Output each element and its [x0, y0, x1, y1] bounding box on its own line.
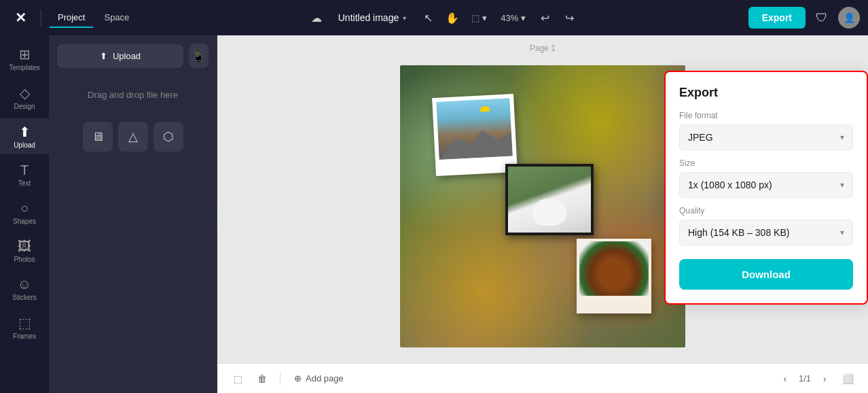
frame-chevron-icon: ▾	[482, 13, 487, 23]
sidebar-item-photos-label: Photos	[14, 256, 35, 263]
delete-page-button[interactable]: 🗑	[253, 369, 272, 388]
topbar-tabs: Project Space	[50, 8, 137, 28]
zoom-button[interactable]: 43% ▾	[495, 7, 531, 29]
file-format-value: JPEG	[688, 132, 713, 143]
upload-icon: ⬆	[19, 124, 31, 140]
upload-btn-label: Upload	[113, 51, 141, 61]
bottom-divider	[280, 372, 281, 386]
add-page-label: Add page	[306, 373, 344, 383]
topbar-right: Export 🛡 👤	[748, 7, 860, 29]
sidebar-item-templates[interactable]: ⊞ Templates	[0, 41, 49, 77]
dog-photo-frame[interactable]	[505, 164, 594, 235]
prev-page-button[interactable]: ‹	[777, 371, 793, 387]
topbar-divider	[41, 10, 41, 26]
quality-chevron-icon: ▾	[840, 228, 844, 237]
dropbox-upload-button[interactable]: ⬡	[153, 122, 183, 152]
page-counter: 1/1	[799, 373, 811, 383]
export-panel: Export File format JPEG ▾ Size 1x (1080 …	[664, 71, 868, 305]
mobile-button[interactable]: 📱	[189, 44, 209, 68]
fit-page-button[interactable]: ⬜	[838, 369, 857, 388]
upload-button[interactable]: ⬆ Upload	[57, 44, 183, 68]
sidebar-item-shapes[interactable]: ○ Shapes	[0, 195, 49, 230]
canvas-area: Page 1	[217, 35, 868, 393]
upload-icons-row: 🖥 △ ⬡	[57, 122, 209, 152]
sidebar-item-text[interactable]: T Text	[0, 157, 49, 192]
frames-icon: ⬚	[18, 315, 31, 331]
sidebar-item-shapes-label: Shapes	[13, 218, 36, 225]
download-button[interactable]: Download	[679, 259, 853, 290]
size-select[interactable]: 1x (1080 x 1080 px) ▾	[679, 172, 853, 198]
cloud-save-button[interactable]: ☁	[306, 7, 327, 29]
sidebar-item-stickers[interactable]: ☺ Stickers	[0, 271, 49, 307]
mountain-image	[436, 98, 512, 160]
stickers-icon: ☺	[18, 277, 31, 292]
file-format-select[interactable]: JPEG ▾	[679, 124, 853, 150]
dog-shape	[532, 199, 566, 226]
document-title-text: Untitled image	[338, 12, 399, 23]
page-nav: ‹ 1/1 ›	[777, 371, 833, 387]
paraglider-shape	[480, 105, 490, 112]
drag-drop-text: Drag and drop file here	[57, 90, 209, 100]
zoom-value: 43%	[501, 13, 518, 23]
upload-btn-icon: ⬆	[100, 51, 107, 61]
mountain-shape	[437, 122, 512, 160]
export-button[interactable]: Export	[748, 7, 806, 29]
hand-tool-button[interactable]: ✋	[441, 7, 463, 29]
sidebar: ⊞ Templates ◇ Design ⬆ Upload T Text ○ S…	[0, 35, 49, 393]
add-page-button[interactable]: ⊕ Add page	[289, 371, 349, 386]
canvas-image	[400, 65, 685, 347]
text-icon: T	[20, 163, 29, 178]
size-label: Size	[679, 158, 853, 168]
shapes-icon: ○	[20, 201, 29, 216]
frame-tool-button[interactable]: ⬚ ▾	[466, 7, 492, 29]
upload-row: ⬆ Upload 📱	[57, 44, 209, 68]
avatar[interactable]: 👤	[838, 7, 860, 29]
topbar: ✕ Project Space ☁ Untitled image ▾ ↖ ✋ ⬚…	[0, 0, 868, 35]
bottom-bar: ⬚ 🗑 ⊕ Add page ‹ 1/1 › ⬜	[217, 363, 868, 393]
main-area: ⊞ Templates ◇ Design ⬆ Upload T Text ○ S…	[0, 35, 868, 393]
design-icon: ◇	[20, 85, 30, 101]
bottom-right: ‹ 1/1 › ⬜	[777, 369, 857, 388]
sidebar-item-templates-label: Templates	[9, 64, 40, 71]
sidebar-item-photos[interactable]: 🖼 Photos	[0, 233, 49, 269]
redo-button[interactable]: ↪	[558, 7, 580, 29]
quality-label: Quality	[679, 206, 853, 216]
topbar-tools: ↖ ✋ ⬚ ▾ 43% ▾ ↩ ↪	[417, 7, 580, 29]
undo-button[interactable]: ↩	[534, 7, 556, 29]
quality-value: High (154 KB – 308 KB)	[688, 227, 789, 238]
shield-icon[interactable]: 🛡	[811, 7, 833, 29]
add-page-icon: ⊕	[294, 373, 302, 383]
file-format-chevron-icon: ▾	[840, 133, 844, 142]
dog-image	[508, 167, 591, 233]
sidebar-item-design-label: Design	[14, 103, 35, 110]
burger-image	[579, 241, 649, 296]
sidebar-item-design[interactable]: ◇ Design	[0, 80, 49, 116]
tab-project[interactable]: Project	[50, 8, 93, 28]
size-chevron-icon: ▾	[840, 180, 844, 190]
sidebar-item-upload-label: Upload	[14, 141, 35, 149]
app-logo[interactable]: ✕	[8, 5, 33, 30]
sidebar-item-frames-label: Frames	[13, 332, 36, 340]
document-title[interactable]: Untitled image ▾	[338, 12, 407, 23]
photos-icon: 🖼	[18, 239, 31, 254]
topbar-center: ☁ Untitled image ▾ ↖ ✋ ⬚ ▾ 43% ▾ ↩ ↪	[143, 7, 742, 29]
tab-space[interactable]: Space	[96, 8, 137, 28]
left-panel: ⬆ Upload 📱 Drag and drop file here 🖥 △ ⬡…	[49, 35, 217, 393]
page-thumbnail-button[interactable]: ⬚	[228, 369, 247, 388]
sidebar-item-upload[interactable]: ⬆ Upload	[0, 118, 49, 154]
drive-upload-button[interactable]: △	[118, 122, 148, 152]
quality-select[interactable]: High (154 KB – 308 KB) ▾	[679, 220, 853, 245]
sidebar-item-text-label: Text	[18, 180, 31, 187]
title-chevron-icon: ▾	[403, 14, 406, 22]
sidebar-item-frames[interactable]: ⬚ Frames	[0, 309, 49, 345]
computer-upload-button[interactable]: 🖥	[83, 122, 113, 152]
size-value: 1x (1080 x 1080 px)	[688, 180, 772, 190]
next-page-button[interactable]: ›	[816, 371, 833, 387]
select-tool-button[interactable]: ↖	[417, 7, 439, 29]
file-format-label: File format	[679, 111, 853, 120]
polaroid-burger[interactable]	[577, 239, 651, 313]
sidebar-item-stickers-label: Stickers	[12, 294, 37, 301]
zoom-chevron-icon: ▾	[521, 13, 526, 23]
export-panel-title: Export	[679, 86, 853, 100]
templates-icon: ⊞	[19, 46, 31, 63]
